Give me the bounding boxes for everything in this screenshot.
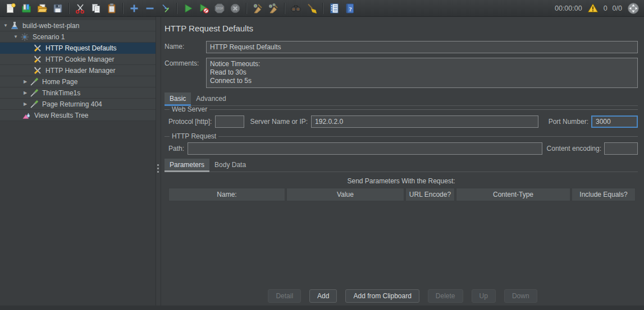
- config-element-icon: [33, 55, 43, 64]
- tree-item-http-cookie-manager[interactable]: HTTP Cookie Manager: [0, 54, 156, 65]
- basic-advanced-tabbar: Basic Advanced: [165, 92, 638, 106]
- expander-down-icon[interactable]: [12, 34, 20, 39]
- copy-icon[interactable]: [89, 1, 103, 16]
- port-number-label: Port Number:: [549, 115, 588, 126]
- name-row: Name:: [165, 41, 638, 53]
- http-request-legend: HTTP Request: [170, 132, 218, 140]
- start-icon[interactable]: [181, 1, 195, 16]
- tree-item-page-returning-404[interactable]: Page Returning 404: [0, 99, 156, 110]
- add-from-clipboard-button[interactable]: Add from Clipboard: [345, 289, 419, 303]
- http-request-group: HTTP Request Path: Content encoding:: [165, 132, 638, 155]
- parameters-table-header: Name: Value URL Encode? Content-Type Inc…: [168, 188, 636, 201]
- content-encoding-label: Content encoding:: [547, 142, 601, 152]
- thread-count: 0/0: [613, 4, 622, 12]
- down-button[interactable]: Down: [504, 289, 537, 303]
- toolbar-separator: [122, 3, 124, 14]
- paste-icon[interactable]: [104, 1, 119, 16]
- log-warning-icon[interactable]: [587, 3, 599, 13]
- open-icon[interactable]: [35, 1, 49, 16]
- tab-body-data[interactable]: Body Data: [209, 159, 251, 172]
- results-tree-icon: [21, 111, 31, 120]
- templates-icon[interactable]: [19, 1, 34, 16]
- content-encoding-input[interactable]: [604, 142, 638, 155]
- sampler-icon: [29, 100, 39, 109]
- clear-all-icon[interactable]: [266, 1, 281, 16]
- comments-input[interactable]: Notice Timeouts: Read to 30s Connect to …: [206, 58, 638, 88]
- comments-label: Comments:: [165, 58, 206, 67]
- tree-item-scenario-1[interactable]: Scenario 1: [0, 31, 156, 43]
- tab-advanced[interactable]: Advanced: [191, 92, 231, 106]
- column-header-name[interactable]: Name:: [168, 188, 285, 201]
- toolbar-separator: [322, 3, 323, 14]
- shutdown-icon[interactable]: [228, 1, 243, 16]
- expander-right-icon[interactable]: [21, 79, 29, 84]
- tab-basic[interactable]: Basic: [165, 92, 191, 106]
- parameters-table-body[interactable]: [168, 201, 636, 285]
- add-icon[interactable]: [127, 1, 141, 16]
- config-element-icon: [33, 66, 43, 75]
- server-name-input[interactable]: [311, 115, 538, 128]
- tree-item-label: Page Returning 404: [42, 100, 102, 108]
- elapsed-timer: 00:00:00: [555, 4, 582, 12]
- column-header-value[interactable]: Value: [286, 188, 404, 201]
- stop-icon[interactable]: STOP: [212, 1, 227, 16]
- delete-button[interactable]: Delete: [428, 289, 463, 303]
- tree-item-thinktime1s[interactable]: ThinkTime1s: [0, 87, 156, 99]
- toolbar-separator: [246, 3, 247, 14]
- threads-indicator-icon: [627, 2, 640, 15]
- toolbar: STOP ? 00:00:00 0 0/0: [0, 0, 644, 17]
- server-name-label: Server Name or IP:: [250, 115, 308, 126]
- up-button[interactable]: Up: [472, 289, 496, 303]
- column-header-url-encode[interactable]: URL Encode?: [405, 188, 455, 201]
- thread-group-icon: [20, 33, 30, 41]
- tree-splitter[interactable]: [156, 17, 161, 306]
- toolbar-status-area: 00:00:00 0 0/0: [555, 2, 640, 15]
- toggle-icon[interactable]: [158, 1, 173, 16]
- start-no-timers-icon[interactable]: [197, 1, 211, 16]
- tree-item-label: Home Page: [42, 78, 77, 86]
- parameters-tabbar: Parameters Body Data: [165, 159, 638, 172]
- tree-item-home-page[interactable]: Home Page: [0, 76, 156, 87]
- web-server-legend: Web Server: [170, 105, 209, 113]
- expander-right-icon[interactable]: [21, 101, 29, 107]
- tree-item-http-request-defaults[interactable]: HTTP Request Defaults: [0, 43, 156, 54]
- detail-button[interactable]: Detail: [268, 289, 301, 303]
- tree-item-test-plan[interactable]: build-web-test-plan: [0, 20, 156, 31]
- reset-search-icon[interactable]: [304, 1, 319, 16]
- path-input[interactable]: [188, 142, 542, 155]
- new-file-icon[interactable]: [3, 1, 18, 16]
- expander-down-icon[interactable]: [2, 23, 10, 28]
- sampler-icon: [29, 77, 39, 86]
- tree-item-http-header-manager[interactable]: HTTP Header Manager: [0, 65, 156, 76]
- comments-row: Comments: Notice Timeouts: Read to 30s C…: [165, 58, 638, 88]
- cut-icon[interactable]: [73, 1, 88, 16]
- tab-parameters[interactable]: Parameters: [165, 159, 209, 172]
- column-header-include-equals[interactable]: Include Equals?: [572, 188, 636, 201]
- toolbar-separator: [176, 3, 177, 14]
- parameters-button-row: Detail Add Add from Clipboard Delete Up …: [161, 289, 644, 303]
- tree-item-label: HTTP Request Defaults: [45, 44, 117, 52]
- warning-count: 0: [604, 4, 608, 12]
- protocol-input[interactable]: [215, 115, 244, 128]
- add-button[interactable]: Add: [309, 289, 337, 303]
- page-title: HTTP Request Defaults: [165, 24, 638, 33]
- window-bottom-edge: [0, 306, 644, 310]
- remove-icon[interactable]: [143, 1, 157, 16]
- jmeter-window: STOP ? 00:00:00 0 0/0 build-web-test-pla…: [0, 0, 644, 310]
- clear-icon[interactable]: [250, 1, 265, 16]
- name-input[interactable]: [206, 41, 638, 53]
- help-icon[interactable]: ?: [342, 1, 357, 16]
- port-number-input[interactable]: [591, 115, 638, 128]
- function-helper-icon[interactable]: [327, 1, 341, 16]
- tree-item-label: Scenario 1: [33, 33, 65, 41]
- config-element-icon: [33, 44, 43, 53]
- expander-right-icon[interactable]: [21, 90, 29, 95]
- search-icon[interactable]: [289, 1, 303, 16]
- protocol-label: Protocol [http]:: [168, 115, 212, 126]
- tree-item-view-results-tree[interactable]: View Results Tree: [0, 110, 156, 121]
- splitter-grip-icon[interactable]: [157, 164, 159, 173]
- tree-item-label: ThinkTime1s: [42, 89, 80, 97]
- save-icon[interactable]: [51, 1, 65, 16]
- column-header-content-type[interactable]: Content-Type: [456, 188, 570, 201]
- sampler-icon: [29, 89, 39, 98]
